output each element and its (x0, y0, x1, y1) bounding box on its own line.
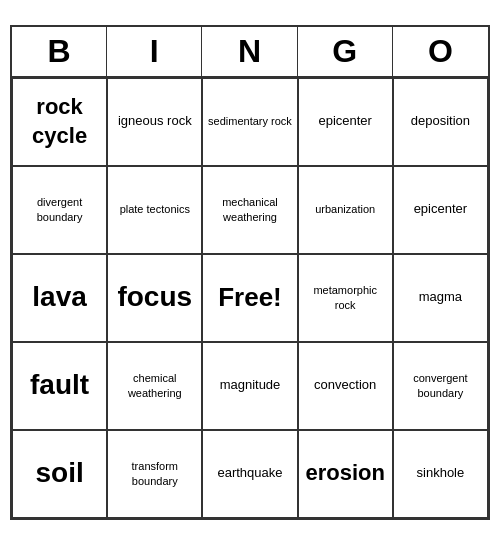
bingo-cell-4[interactable]: deposition (393, 78, 488, 166)
header-letter: N (202, 27, 297, 76)
bingo-cell-20[interactable]: soil (12, 430, 107, 518)
bingo-cell-5[interactable]: divergent boundary (12, 166, 107, 254)
bingo-cell-2[interactable]: sedimentary rock (202, 78, 297, 166)
bingo-cell-16[interactable]: chemical weathering (107, 342, 202, 430)
bingo-cell-22[interactable]: earthquake (202, 430, 297, 518)
bingo-cell-21[interactable]: transform boundary (107, 430, 202, 518)
bingo-cell-23[interactable]: erosion (298, 430, 393, 518)
bingo-cell-12[interactable]: Free! (202, 254, 297, 342)
bingo-cell-18[interactable]: convection (298, 342, 393, 430)
bingo-cell-1[interactable]: igneous rock (107, 78, 202, 166)
bingo-cell-13[interactable]: metamorphic rock (298, 254, 393, 342)
bingo-cell-10[interactable]: lava (12, 254, 107, 342)
bingo-grid: rock cycleigneous rocksedimentary rockep… (12, 78, 488, 518)
header-letter: I (107, 27, 202, 76)
header-letter: B (12, 27, 107, 76)
bingo-cell-15[interactable]: fault (12, 342, 107, 430)
bingo-card: BINGO rock cycleigneous rocksedimentary … (10, 25, 490, 520)
header-letter: O (393, 27, 488, 76)
bingo-cell-9[interactable]: epicenter (393, 166, 488, 254)
bingo-cell-3[interactable]: epicenter (298, 78, 393, 166)
bingo-cell-8[interactable]: urbanization (298, 166, 393, 254)
bingo-cell-7[interactable]: mechanical weathering (202, 166, 297, 254)
bingo-cell-0[interactable]: rock cycle (12, 78, 107, 166)
bingo-cell-14[interactable]: magma (393, 254, 488, 342)
bingo-cell-24[interactable]: sinkhole (393, 430, 488, 518)
header-letter: G (298, 27, 393, 76)
bingo-cell-19[interactable]: convergent boundary (393, 342, 488, 430)
bingo-cell-11[interactable]: focus (107, 254, 202, 342)
bingo-header: BINGO (12, 27, 488, 78)
bingo-cell-6[interactable]: plate tectonics (107, 166, 202, 254)
bingo-cell-17[interactable]: magnitude (202, 342, 297, 430)
